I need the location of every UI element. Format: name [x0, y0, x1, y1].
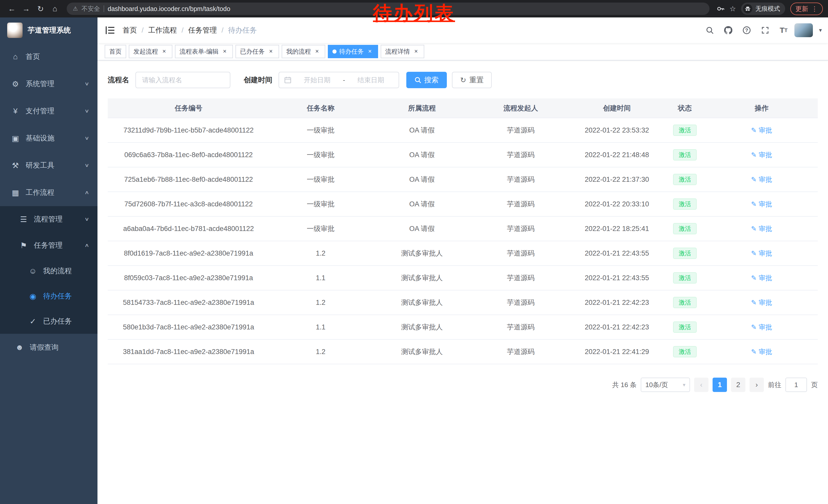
browser-forward-button[interactable]: → — [19, 2, 33, 15]
font-size-icon[interactable]: TT — [776, 22, 791, 38]
search-button[interactable]: 搜索 — [406, 72, 447, 88]
home-icon: ⌂ — [52, 4, 57, 13]
tab-todo-tasks[interactable]: 待办任务 × — [328, 45, 378, 58]
sidebar-item-leave-query[interactable]: ☻ 请假查询 — [0, 334, 97, 361]
incognito-badge[interactable]: 无痕模式 — [741, 3, 785, 15]
forward-icon: → — [22, 4, 30, 13]
browser-home-button[interactable]: ⌂ — [48, 2, 61, 15]
update-label: 更新 — [795, 5, 808, 13]
col-process: 所属流程 — [372, 98, 472, 118]
browser-back-button[interactable]: ← — [5, 2, 18, 15]
sidebar-item-home[interactable]: ⌂ 首页 — [0, 43, 97, 70]
sidebar-item-payment[interactable]: ¥ 支付管理 ∨ — [0, 97, 97, 125]
dashboard-icon: ⌂ — [10, 52, 20, 61]
approve-link[interactable]: ✎审批 — [751, 200, 772, 209]
start-date-placeholder: 开始日期 — [294, 76, 340, 85]
approve-link[interactable]: ✎审批 — [751, 175, 772, 184]
breadcrumb-workflow[interactable]: 工作流程 — [148, 26, 177, 35]
page-button-2[interactable]: 2 — [731, 378, 745, 392]
approve-link[interactable]: ✎审批 — [751, 348, 772, 356]
close-icon[interactable]: × — [366, 48, 373, 55]
tab-start-process[interactable]: 发起流程 × — [129, 45, 172, 58]
close-icon[interactable]: × — [314, 48, 321, 55]
browser-actions: ☆ 无痕模式 更新 ⋮ — [715, 3, 823, 15]
sidebar-item-task-management[interactable]: ⚑ 任务管理 ∧ — [0, 232, 97, 259]
sidebar-item-process-management[interactable]: ☰ 流程管理 ∨ — [0, 206, 97, 232]
prev-page-button[interactable]: ‹ — [694, 378, 708, 392]
back-icon: ← — [8, 4, 16, 13]
sidebar-item-done-tasks[interactable]: ✓ 已办任务 — [0, 309, 97, 334]
tab-process-form-edit[interactable]: 流程表单-编辑 × — [175, 45, 233, 58]
status-badge: 激活 — [673, 223, 697, 234]
avatar-caret-icon[interactable]: ▾ — [819, 27, 822, 34]
edit-icon: ✎ — [751, 299, 757, 307]
app-logo[interactable]: 芋道管理系统 — [0, 17, 97, 43]
approve-link[interactable]: ✎审批 — [751, 150, 772, 159]
pagination: 共 16 条 10条/页 ▾ ‹ 1 2 › 前往 页 — [108, 378, 818, 392]
sidebar-item-devtools[interactable]: ⚒ 研发工具 ∨ — [0, 152, 97, 179]
breadcrumb-current: 待办任务 — [228, 26, 257, 35]
breadcrumb-home[interactable]: 首页 — [123, 26, 137, 35]
todo-task-table: 任务编号 任务名称 所属流程 流程发起人 创建时间 状态 操作 73211d9d… — [108, 98, 818, 364]
col-create-time: 创建时间 — [570, 98, 664, 118]
col-task-name: 任务名称 — [269, 98, 372, 118]
github-icon[interactable] — [720, 22, 736, 38]
search-icon[interactable] — [702, 22, 717, 38]
close-icon[interactable]: × — [161, 48, 168, 55]
sidebar-toggle-icon[interactable] — [97, 27, 123, 34]
sidebar-item-todo-tasks[interactable]: ◉ 待办任务 — [0, 283, 97, 309]
next-page-button[interactable]: › — [749, 378, 764, 392]
help-icon[interactable]: ? — [739, 22, 754, 38]
tab-home[interactable]: 首页 — [105, 45, 126, 58]
table-row: 8f0d1619-7ac8-11ec-a9e2-a2380e71991a 1.2… — [108, 241, 818, 266]
bookmark-star-icon[interactable]: ☆ — [730, 5, 736, 13]
approve-link[interactable]: ✎审批 — [751, 249, 772, 258]
tags-view: 首页 发起流程 × 流程表单-编辑 × 已办任务 × — [97, 43, 828, 60]
date-range-picker[interactable]: 开始日期 - 结束日期 — [279, 72, 399, 88]
chevron-up-icon: ∧ — [85, 242, 89, 248]
col-initiator: 流程发起人 — [472, 98, 570, 118]
approve-link[interactable]: ✎审批 — [751, 126, 772, 135]
reset-button[interactable]: ↻ 重置 — [452, 72, 492, 88]
menu-dots-icon: ⋮ — [811, 5, 818, 12]
process-name-input[interactable] — [135, 72, 230, 88]
page-unit-label: 页 — [811, 380, 818, 390]
status-badge: 激活 — [673, 198, 697, 210]
col-task-id: 任务编号 — [108, 98, 269, 118]
avatar[interactable] — [794, 23, 813, 37]
tab-my-process[interactable]: 我的流程 × — [282, 45, 325, 58]
tab-process-detail[interactable]: 流程详情 × — [381, 45, 424, 58]
sidebar-item-system[interactable]: ⚙ 系统管理 ∨ — [0, 70, 97, 97]
browser-update-button[interactable]: 更新 ⋮ — [790, 3, 823, 15]
total-count: 共 16 条 — [612, 380, 637, 390]
close-icon[interactable]: × — [267, 48, 275, 55]
page-button-1[interactable]: 1 — [713, 378, 727, 392]
sidebar-item-infrastructure[interactable]: ▣ 基础设施 ∨ — [0, 125, 97, 152]
approve-link[interactable]: ✎审批 — [751, 323, 772, 332]
flag-icon: ⚑ — [18, 241, 29, 250]
goto-page-input[interactable] — [785, 378, 807, 392]
browser-reload-button[interactable]: ↻ — [34, 2, 47, 15]
page-content: 流程名 创建时间 开始日期 - 结束日期 搜索 — [97, 60, 828, 504]
approve-link[interactable]: ✎审批 — [751, 298, 772, 307]
security-label: 不安全 — [82, 5, 100, 13]
tab-done-tasks[interactable]: 已办任务 × — [236, 45, 279, 58]
chevron-down-icon: ∨ — [85, 108, 89, 114]
close-icon[interactable]: × — [412, 48, 420, 55]
fullscreen-icon[interactable] — [757, 22, 773, 38]
chevron-down-icon: ∨ — [85, 135, 89, 141]
password-key-icon[interactable] — [717, 5, 724, 12]
approve-link[interactable]: ✎审批 — [751, 274, 772, 282]
sidebar-item-my-process[interactable]: ☺ 我的流程 — [0, 259, 97, 283]
approve-link[interactable]: ✎审批 — [751, 224, 772, 233]
breadcrumb: 首页 / 工作流程 / 任务管理 / 待办任务 — [123, 26, 257, 35]
status-badge: 激活 — [673, 248, 697, 259]
filter-bar: 流程名 创建时间 开始日期 - 结束日期 搜索 — [108, 72, 818, 88]
status-badge: 激活 — [673, 174, 697, 185]
status-badge: 激活 — [673, 125, 697, 136]
sidebar-item-workflow[interactable]: ▦ 工作流程 ∧ — [0, 179, 97, 206]
page-size-select[interactable]: 10条/页 ▾ — [641, 378, 690, 392]
close-icon[interactable]: × — [221, 48, 228, 55]
breadcrumb-task-management[interactable]: 任务管理 — [188, 26, 217, 35]
warning-icon: ⚠ — [73, 5, 78, 12]
